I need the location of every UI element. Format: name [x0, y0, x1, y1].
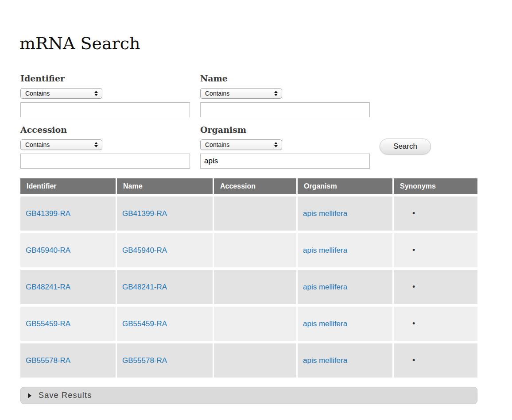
- accession-operator-select[interactable]: Contains: [20, 139, 102, 150]
- results-table: Identifier Name Accession Organism Synon…: [20, 178, 477, 378]
- accession-operator-value: Contains: [25, 141, 50, 148]
- select-stepper-icon: [94, 91, 98, 96]
- select-stepper-icon: [94, 142, 98, 147]
- cell-synonyms-bullet: •: [394, 307, 477, 341]
- name-link[interactable]: GB48241-RA: [122, 283, 167, 292]
- organism-link[interactable]: apis mellifera: [303, 246, 347, 255]
- identifier-operator-select[interactable]: Contains: [20, 88, 102, 99]
- name-link[interactable]: GB55459-RA: [122, 320, 167, 328]
- save-results-expander[interactable]: Save Results: [20, 387, 477, 404]
- name-label: Name: [200, 73, 371, 83]
- name-field-group: Name Contains: [200, 73, 371, 117]
- identifier-input[interactable]: [20, 102, 190, 117]
- cell-identifier: GB45940-RA: [20, 233, 116, 267]
- column-header-organism: Organism: [298, 178, 392, 194]
- organism-input[interactable]: [200, 154, 370, 169]
- cell-name: GB55459-RA: [117, 307, 213, 341]
- accession-label: Accession: [20, 125, 191, 135]
- cell-accession: [214, 307, 296, 341]
- search-button[interactable]: Search: [380, 139, 431, 154]
- cell-synonyms-bullet: •: [394, 343, 477, 378]
- organism-field-group: Organism Contains: [200, 125, 371, 169]
- column-header-identifier: Identifier: [20, 178, 116, 194]
- cell-accession: [214, 197, 296, 231]
- cell-organism: apis mellifera: [298, 233, 392, 267]
- cell-name: GB41399-RA: [117, 197, 213, 231]
- identifier-link[interactable]: GB41399-RA: [26, 209, 70, 218]
- identifier-field-group: Identifier Contains: [20, 73, 191, 117]
- organism-label: Organism: [200, 125, 371, 135]
- name-operator-value: Contains: [205, 90, 229, 97]
- cell-identifier: GB48241-RA: [20, 270, 116, 304]
- select-stepper-icon: [274, 91, 278, 96]
- organism-link[interactable]: apis mellifera: [303, 283, 347, 292]
- cell-accession: [214, 233, 296, 267]
- cell-accession: [214, 343, 296, 378]
- identifier-link[interactable]: GB55578-RA: [26, 356, 70, 365]
- accession-input[interactable]: [20, 154, 190, 169]
- page-title: mRNA Search: [19, 34, 140, 53]
- identifier-label: Identifier: [20, 73, 191, 83]
- organism-link[interactable]: apis mellifera: [303, 209, 347, 218]
- organism-operator-select[interactable]: Contains: [200, 139, 282, 150]
- name-input[interactable]: [200, 102, 370, 117]
- collapsed-triangle-icon: [28, 393, 31, 398]
- identifier-link[interactable]: GB45940-RA: [26, 246, 70, 255]
- cell-organism: apis mellifera: [298, 343, 392, 378]
- select-stepper-icon: [274, 142, 278, 147]
- cell-name: GB45940-RA: [117, 233, 213, 267]
- column-header-accession: Accession: [214, 178, 296, 194]
- save-results-label: Save Results: [39, 391, 92, 400]
- cell-organism: apis mellifera: [298, 270, 392, 304]
- name-operator-select[interactable]: Contains: [200, 88, 282, 99]
- cell-organism: apis mellifera: [298, 307, 392, 341]
- name-link[interactable]: GB45940-RA: [122, 246, 167, 255]
- cell-name: GB55578-RA: [117, 343, 213, 378]
- name-link[interactable]: GB41399-RA: [122, 209, 167, 218]
- identifier-operator-value: Contains: [25, 90, 50, 97]
- cell-identifier: GB41399-RA: [20, 197, 116, 231]
- organism-link[interactable]: apis mellifera: [303, 320, 347, 328]
- column-header-synonyms: Synonyms: [394, 178, 477, 194]
- identifier-link[interactable]: GB55459-RA: [26, 320, 70, 328]
- column-header-name: Name: [117, 178, 213, 194]
- cell-synonyms-bullet: •: [394, 270, 477, 304]
- accession-field-group: Accession Contains: [20, 125, 191, 169]
- cell-synonyms-bullet: •: [394, 233, 477, 267]
- cell-organism: apis mellifera: [298, 197, 392, 231]
- identifier-link[interactable]: GB48241-RA: [26, 283, 70, 292]
- cell-identifier: GB55459-RA: [20, 307, 116, 341]
- cell-name: GB48241-RA: [117, 270, 213, 304]
- cell-synonyms-bullet: •: [394, 197, 477, 231]
- organism-operator-value: Contains: [205, 141, 229, 148]
- organism-link[interactable]: apis mellifera: [303, 356, 347, 365]
- cell-accession: [214, 270, 296, 304]
- name-link[interactable]: GB55578-RA: [122, 356, 167, 365]
- cell-identifier: GB55578-RA: [20, 343, 116, 378]
